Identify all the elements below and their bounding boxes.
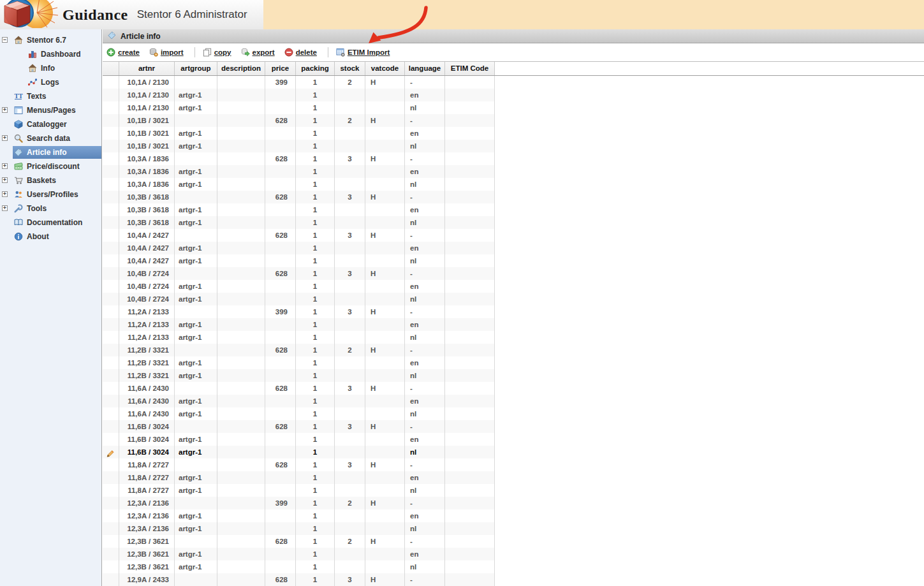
delete-button[interactable]: delete <box>284 48 317 57</box>
cell-artgroup: artgr-1 <box>175 407 217 420</box>
table-row[interactable]: 10,4B / 2724artgr-11nl <box>103 293 495 305</box>
expand-icon[interactable]: + <box>2 191 8 197</box>
pencil-icon[interactable] <box>106 450 115 458</box>
sidebar-item-search-data[interactable]: +Search data <box>0 131 101 145</box>
table-row[interactable]: 11,2A / 213339913H- <box>103 305 495 318</box>
expand-icon[interactable]: + <box>2 163 8 169</box>
expand-icon[interactable]: + <box>2 205 8 211</box>
table-row[interactable]: 12,3A / 2136artgr-11en <box>103 509 495 522</box>
table-row[interactable]: 11,6B / 302462813H- <box>103 420 495 433</box>
column-header-vatcode[interactable]: vatcode <box>365 62 405 75</box>
column-header-packing[interactable]: packing <box>296 62 335 75</box>
table-row[interactable]: 10,1B / 3021artgr-11en <box>103 127 495 140</box>
sidebar-item-info[interactable]: Info <box>0 61 101 75</box>
sidebar-item-stentor-6-7[interactable]: −Stentor 6.7 <box>0 33 101 47</box>
create-button[interactable]: create <box>106 48 140 57</box>
column-header-artgroup[interactable]: artgroup <box>175 62 217 75</box>
sidebar-item-tools[interactable]: +Tools <box>0 201 101 216</box>
cell-vatcode: H <box>365 76 405 89</box>
table-row[interactable]: 11,2B / 332162812H- <box>103 344 495 356</box>
collapse-icon[interactable]: − <box>2 37 8 43</box>
create-plus-icon <box>106 48 115 57</box>
table-row[interactable]: 11,2A / 2133artgr-11en <box>103 318 495 331</box>
table-row[interactable]: 10,3A / 1836artgr-11nl <box>103 178 495 191</box>
etim-import-button[interactable]: ETIM Import <box>336 48 390 57</box>
table-row[interactable]: 12,3B / 3621artgr-11nl <box>103 560 495 573</box>
sidebar-item-baskets[interactable]: +Baskets <box>0 173 101 187</box>
table-row[interactable]: 10,3B / 3618artgr-11nl <box>103 216 495 229</box>
cell-artnr: 11,2B / 3321 <box>119 356 175 369</box>
table-row[interactable]: 12,3B / 362162812H- <box>103 535 495 548</box>
column-header-etim-code[interactable]: ETIM Code <box>445 62 495 75</box>
table-row[interactable]: 10,1B / 302162812H- <box>103 114 495 127</box>
sidebar-item-logs[interactable]: Logs <box>0 75 101 89</box>
table-row[interactable]: 11,8A / 2727artgr-11en <box>103 471 495 484</box>
expand-icon[interactable]: + <box>2 177 8 183</box>
cell-etim-code <box>445 203 495 216</box>
app-subtitle: Stentor 6 Administrator <box>137 8 247 21</box>
sidebar-item-price-discount[interactable]: +Price/discount <box>0 159 101 173</box>
export-button[interactable]: export <box>241 48 275 57</box>
cell-artnr: 11,6B / 3024 <box>119 446 175 458</box>
cell-etim-code <box>445 89 495 101</box>
table-row[interactable]: 12,3A / 213639912H- <box>103 497 495 509</box>
sidebar-item-texts[interactable]: TTTexts <box>0 89 101 103</box>
table-row[interactable]: 11,2A / 2133artgr-11nl <box>103 331 495 344</box>
table-row[interactable]: 10,4B / 2724artgr-11en <box>103 280 495 293</box>
table-row[interactable]: 12,9A / 243362813H- <box>103 573 495 586</box>
table-row[interactable]: 11,6A / 2430artgr-11en <box>103 395 495 407</box>
sidebar-item-article-info[interactable]: Article info <box>0 145 101 159</box>
cell-description <box>217 497 265 509</box>
table-row[interactable]: 10,3A / 1836artgr-11en <box>103 165 495 178</box>
cell-description <box>217 458 265 471</box>
cell-artgroup <box>175 573 217 586</box>
table-row[interactable]: 11,2B / 3321artgr-11en <box>103 356 495 369</box>
cell-artgroup: artgr-1 <box>175 178 217 191</box>
table-row[interactable]: 10,4A / 2427artgr-11nl <box>103 254 495 267</box>
column-header-stock[interactable]: stock <box>335 62 365 75</box>
sidebar-item-label: Documentation <box>27 218 82 227</box>
table-row[interactable]: 11,2B / 3321artgr-11nl <box>103 369 495 382</box>
sidebar-item-about[interactable]: About <box>0 230 101 244</box>
main-panel: Article info createimportcopyexportdelet… <box>103 29 924 586</box>
column-header-language[interactable]: language <box>405 62 445 75</box>
copy-button[interactable]: copy <box>203 48 231 57</box>
table-row[interactable]: 10,4A / 242762813H- <box>103 229 495 242</box>
table-row[interactable]: 10,3B / 361862813H- <box>103 191 495 203</box>
table-row[interactable]: 11,6B / 3024artgr-11nl <box>103 446 495 458</box>
table-row[interactable]: 10,3A / 183662813H- <box>103 152 495 165</box>
column-header-description[interactable]: description <box>217 62 265 75</box>
sidebar-item-dashboard[interactable]: Dashboard <box>0 47 101 61</box>
column-header-price[interactable]: price <box>265 62 296 75</box>
table-row[interactable]: 10,1A / 2130artgr-11nl <box>103 101 495 114</box>
table-row[interactable]: 12,3A / 2136artgr-11nl <box>103 522 495 535</box>
sidebar-item-menus-pages[interactable]: +Menus/Pages <box>0 103 101 117</box>
table-row[interactable]: 10,1A / 2130artgr-11en <box>103 89 495 101</box>
sidebar-item-catalogger[interactable]: Catalogger <box>0 117 101 131</box>
cell-description <box>217 446 265 458</box>
cell-language: - <box>405 535 445 548</box>
table-row[interactable]: 10,1A / 213039912H- <box>103 76 495 89</box>
expand-icon[interactable]: + <box>2 135 8 141</box>
brand-title: Guidance <box>62 6 128 24</box>
column-header-artnr[interactable]: artnr <box>119 62 175 75</box>
table-row[interactable]: 11,6B / 3024artgr-11en <box>103 433 495 446</box>
table-row[interactable]: 11,6A / 243062813H- <box>103 382 495 395</box>
cell-vatcode: H <box>365 152 405 165</box>
import-button[interactable]: import <box>149 48 184 57</box>
table-row[interactable]: 11,8A / 2727artgr-11nl <box>103 484 495 497</box>
cell-etim-code <box>445 369 495 382</box>
table-row[interactable]: 10,3B / 3618artgr-11en <box>103 203 495 216</box>
cell-etim-code <box>445 280 495 293</box>
table-row[interactable]: 10,4B / 272462813H- <box>103 267 495 280</box>
cell-price: 628 <box>265 573 296 586</box>
table-row[interactable]: 11,6A / 2430artgr-11nl <box>103 407 495 420</box>
table-row[interactable]: 12,3B / 3621artgr-11en <box>103 548 495 560</box>
sidebar-item-users-profiles[interactable]: +Users/Profiles <box>0 187 101 201</box>
table-row[interactable]: 10,4A / 2427artgr-11en <box>103 242 495 254</box>
expand-icon[interactable]: + <box>2 107 8 113</box>
cell-description <box>217 395 265 407</box>
sidebar-item-documentation[interactable]: Documentation <box>0 216 101 230</box>
table-row[interactable]: 11,8A / 272762813H- <box>103 458 495 471</box>
table-row[interactable]: 10,1B / 3021artgr-11nl <box>103 140 495 152</box>
